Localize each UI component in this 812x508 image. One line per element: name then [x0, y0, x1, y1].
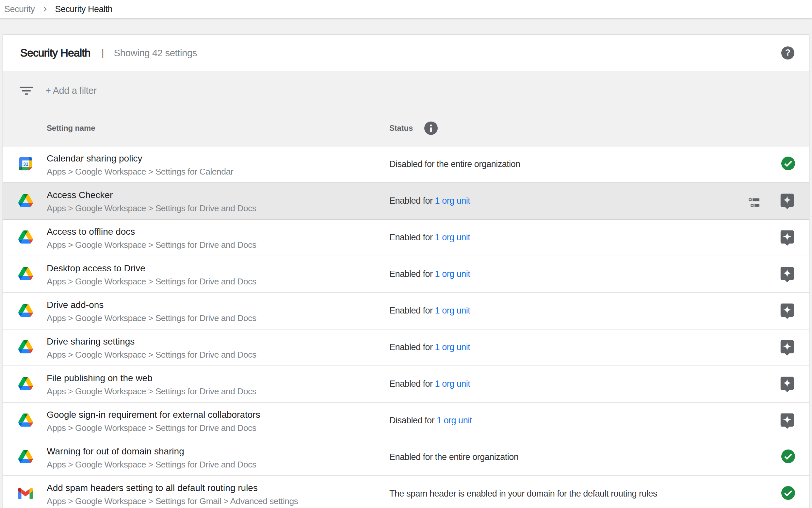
- svg-text:31: 31: [23, 161, 29, 167]
